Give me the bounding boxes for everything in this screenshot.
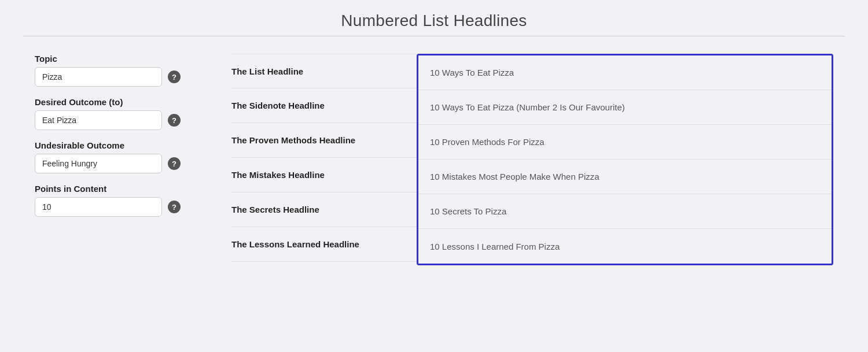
- topic-label: Topic: [35, 54, 197, 64]
- headline-value: 10 Ways To Eat Pizza: [418, 55, 832, 90]
- headline-value: 10 Mistakes Most People Make When Pizza: [418, 160, 832, 194]
- headline-label: The Mistakes Headline: [231, 158, 417, 192]
- undesirable-outcome-field-row: ?: [35, 154, 197, 173]
- topic-field-row: ?: [35, 67, 197, 87]
- headline-value: 10 Lessons I Learned From Pizza: [418, 229, 832, 264]
- section-divider: [23, 36, 845, 36]
- field-group-desired-outcome: Desired Outcome (to) ?: [35, 97, 197, 130]
- values-column: 10 Ways To Eat Pizza10 Ways To Eat Pizza…: [417, 54, 833, 265]
- points-help-icon[interactable]: ?: [168, 201, 181, 213]
- headline-label: The Sidenote Headline: [231, 88, 417, 123]
- main-content: Topic ? Desired Outcome (to) ? Undesirab…: [23, 54, 845, 265]
- headline-label: The List Headline: [231, 54, 417, 88]
- left-panel: Topic ? Desired Outcome (to) ? Undesirab…: [35, 54, 197, 265]
- field-group-undesirable-outcome: Undesirable Outcome ?: [35, 140, 197, 173]
- undesirable-outcome-input[interactable]: [35, 154, 162, 173]
- desired-outcome-input[interactable]: [35, 110, 162, 130]
- page-title-section: Numbered List Headlines: [23, 12, 845, 30]
- labels-column: The List HeadlineThe Sidenote HeadlineTh…: [231, 54, 417, 265]
- undesirable-outcome-label: Undesirable Outcome: [35, 140, 197, 150]
- desired-outcome-help-icon[interactable]: ?: [168, 114, 181, 127]
- topic-help-icon[interactable]: ?: [168, 71, 181, 83]
- headline-label: The Proven Methods Headline: [231, 123, 417, 158]
- headline-value: 10 Ways To Eat Pizza (Number 2 Is Our Fa…: [418, 90, 832, 125]
- page-container: Numbered List Headlines Topic ? Desired …: [0, 0, 868, 352]
- headline-label: The Secrets Headline: [231, 192, 417, 227]
- topic-input[interactable]: [35, 67, 162, 87]
- headline-value: 10 Secrets To Pizza: [418, 194, 832, 229]
- headline-value: 10 Proven Methods For Pizza: [418, 125, 832, 160]
- undesirable-outcome-help-icon[interactable]: ?: [168, 157, 181, 170]
- page-title: Numbered List Headlines: [23, 12, 845, 30]
- right-panel: The List HeadlineThe Sidenote HeadlineTh…: [231, 54, 833, 265]
- points-field-row: ?: [35, 197, 197, 217]
- field-group-points: Points in Content ?: [35, 184, 197, 217]
- points-input[interactable]: [35, 197, 162, 217]
- headlines-container: The List HeadlineThe Sidenote HeadlineTh…: [231, 54, 833, 265]
- desired-outcome-field-row: ?: [35, 110, 197, 130]
- headline-label: The Lessons Learned Headline: [231, 227, 417, 262]
- field-group-topic: Topic ?: [35, 54, 197, 87]
- points-label: Points in Content: [35, 184, 197, 194]
- desired-outcome-label: Desired Outcome (to): [35, 97, 197, 107]
